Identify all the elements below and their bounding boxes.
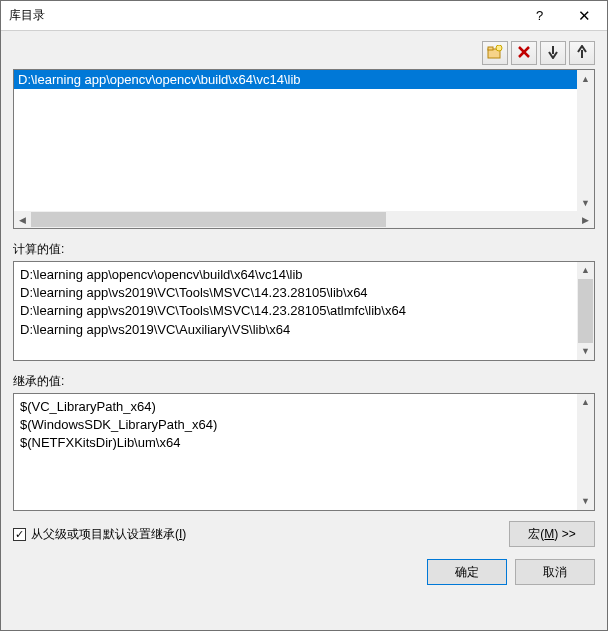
vertical-scrollbar[interactable]: ▲ ▼ bbox=[577, 394, 594, 510]
inherited-line: $(WindowsSDK_LibraryPath_x64) bbox=[20, 416, 574, 434]
arrow-up-icon bbox=[576, 45, 588, 62]
scroll-up-icon[interactable]: ▲ bbox=[577, 262, 594, 279]
listbox-inner: D:\learning app\opencv\opencv\build\x64\… bbox=[14, 70, 594, 211]
inherited-line: $(VC_LibraryPath_x64) bbox=[20, 398, 574, 416]
list-item[interactable]: D:\learning app\opencv\opencv\build\x64\… bbox=[14, 70, 594, 89]
titlebar: 库目录 ? ✕ bbox=[1, 1, 607, 31]
computed-line: D:\learning app\vs2019\VC\Auxiliary\VS\l… bbox=[20, 321, 574, 339]
directories-listbox[interactable]: D:\learning app\opencv\opencv\build\x64\… bbox=[13, 69, 595, 229]
scroll-down-icon[interactable]: ▼ bbox=[577, 194, 594, 211]
arrow-down-icon bbox=[547, 45, 559, 62]
dialog-buttons: 确定 取消 bbox=[13, 559, 595, 589]
ok-button[interactable]: 确定 bbox=[427, 559, 507, 585]
inherited-values-box: $(VC_LibraryPath_x64) $(WindowsSDK_Libra… bbox=[13, 393, 595, 511]
scroll-up-icon[interactable]: ▲ bbox=[577, 70, 594, 87]
new-folder-icon bbox=[487, 45, 503, 62]
inherit-checkbox-row[interactable]: ✓ 从父级或项目默认设置继承(I) bbox=[13, 526, 501, 543]
inherit-checkbox[interactable]: ✓ bbox=[13, 528, 26, 541]
scroll-thumb[interactable] bbox=[578, 279, 593, 343]
scroll-right-icon[interactable]: ▶ bbox=[577, 211, 594, 228]
computed-line: D:\learning app\vs2019\VC\Tools\MSVC\14.… bbox=[20, 284, 574, 302]
scroll-down-icon[interactable]: ▼ bbox=[577, 493, 594, 510]
inherited-values-label: 继承的值: bbox=[13, 373, 595, 390]
scroll-track[interactable] bbox=[31, 211, 577, 228]
list-toolbar bbox=[13, 41, 595, 65]
horizontal-scrollbar[interactable]: ◀ ▶ bbox=[14, 211, 594, 228]
scroll-down-icon[interactable]: ▼ bbox=[577, 343, 594, 360]
new-folder-button[interactable] bbox=[482, 41, 508, 65]
help-button[interactable]: ? bbox=[517, 1, 562, 30]
label-suffix: ) >> bbox=[554, 527, 575, 541]
close-button[interactable]: ✕ bbox=[562, 1, 607, 30]
delete-icon bbox=[517, 45, 531, 62]
dialog-title: 库目录 bbox=[9, 7, 517, 24]
library-directories-dialog: 库目录 ? ✕ bbox=[0, 0, 608, 631]
move-down-button[interactable] bbox=[540, 41, 566, 65]
scroll-thumb[interactable] bbox=[31, 212, 386, 227]
computed-line: D:\learning app\vs2019\VC\Tools\MSVC\14.… bbox=[20, 302, 574, 320]
scroll-left-icon[interactable]: ◀ bbox=[14, 211, 31, 228]
label-suffix: ) bbox=[182, 527, 186, 541]
move-up-button[interactable] bbox=[569, 41, 595, 65]
computed-values-box: D:\learning app\opencv\opencv\build\x64\… bbox=[13, 261, 595, 361]
svg-rect-1 bbox=[488, 47, 493, 50]
inherited-line: $(NETFXKitsDir)Lib\um\x64 bbox=[20, 434, 574, 452]
cancel-button[interactable]: 取消 bbox=[515, 559, 595, 585]
delete-button[interactable] bbox=[511, 41, 537, 65]
label-prefix: 宏( bbox=[528, 526, 544, 543]
vertical-scrollbar[interactable]: ▲ ▼ bbox=[577, 262, 594, 360]
bottom-row: ✓ 从父级或项目默认设置继承(I) 宏(M) >> bbox=[13, 521, 595, 547]
label-prefix: 从父级或项目默认设置继承( bbox=[31, 527, 179, 541]
computed-line: D:\learning app\opencv\opencv\build\x64\… bbox=[20, 266, 574, 284]
inherit-checkbox-label: 从父级或项目默认设置继承(I) bbox=[31, 526, 186, 543]
svg-point-2 bbox=[496, 45, 502, 51]
computed-values-label: 计算的值: bbox=[13, 241, 595, 258]
scroll-up-icon[interactable]: ▲ bbox=[577, 394, 594, 411]
macros-button[interactable]: 宏(M) >> bbox=[509, 521, 595, 547]
vertical-scrollbar[interactable]: ▲ ▼ bbox=[577, 70, 594, 211]
dialog-content: D:\learning app\opencv\opencv\build\x64\… bbox=[1, 31, 607, 630]
label-key: M bbox=[544, 527, 554, 541]
